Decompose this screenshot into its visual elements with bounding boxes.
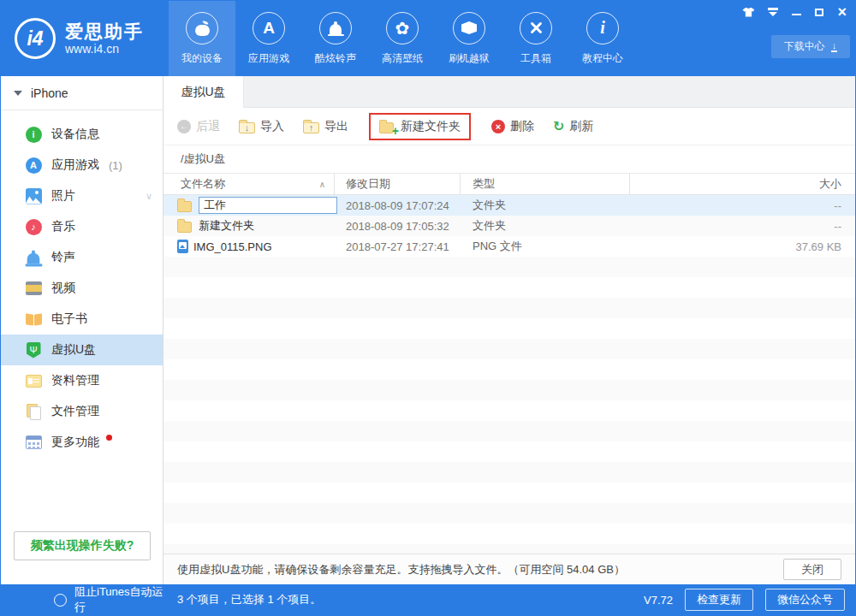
sidebar-item-virtual-usb[interactable]: Ψ 虚拟U盘 xyxy=(1,335,163,365)
nav-tutorials[interactable]: i 教程中心 xyxy=(569,1,636,76)
toolbar: ← 后退 ↓ 导入 ↑ 导出 + 新建文件夹 xyxy=(163,108,855,145)
sidebar-item-videos[interactable]: 视频 xyxy=(1,273,163,304)
appstore-icon: A xyxy=(26,157,42,174)
filmstrip-icon xyxy=(26,281,42,295)
table-row[interactable]: 新建文件夹 2018-08-09 17:05:32 文件夹 -- xyxy=(163,216,855,236)
apps-count-badge: (1) xyxy=(109,159,122,172)
bell-icon xyxy=(330,24,342,34)
rename-input[interactable] xyxy=(199,197,337,214)
empty-list-area xyxy=(163,257,855,554)
close-window-button[interactable]: × xyxy=(837,7,847,17)
nav-apps-games[interactable]: A 应用游戏 xyxy=(235,1,302,76)
main-nav: 我的设备 A 应用游戏 酷炫铃声 ✿ 高清壁纸 刷机越狱 工具箱 xyxy=(169,1,636,76)
status-bar-right: V7.72 检查更新 微信公众号 xyxy=(644,589,855,611)
check-update-button[interactable]: 检查更新 xyxy=(685,589,753,611)
minimize-button[interactable] xyxy=(792,9,801,16)
minimize-to-tray-button[interactable] xyxy=(768,8,778,16)
tools-icon xyxy=(529,21,544,35)
sidebar-item-device-info[interactable]: i 设备信息 xyxy=(1,119,163,150)
version-label: V7.72 xyxy=(644,594,673,607)
minimize-icon xyxy=(792,14,801,16)
theme-skin-button[interactable] xyxy=(742,8,754,17)
column-header-name[interactable]: 文件名称 ∧ xyxy=(163,174,335,194)
sidebar-item-ebooks[interactable]: 电子书 xyxy=(1,304,163,335)
photos-icon xyxy=(26,188,42,204)
sidebar-item-more-functions[interactable]: 更多功能 xyxy=(1,427,163,458)
sidebar-list: i 设备信息 A 应用游戏 (1) 照片 ∨ ♪ 音乐 xyxy=(1,110,163,458)
delete-button[interactable]: × 删除 xyxy=(491,119,534,134)
import-button[interactable]: ↓ 导入 xyxy=(239,119,284,134)
export-button[interactable]: ↑ 导出 xyxy=(303,119,348,134)
delete-icon: × xyxy=(491,120,505,133)
back-button[interactable]: ← 后退 xyxy=(177,119,220,134)
info-bar: 使用虚拟U盘功能，请确保设备剩余容量充足。支持拖拽导入文件。（可用空间 54.0… xyxy=(163,554,855,584)
operation-failure-help-button[interactable]: 频繁出现操作失败? xyxy=(14,531,151,560)
info-icon: i xyxy=(600,18,605,38)
appstore-icon: A xyxy=(263,19,275,38)
usb-capacity-message: 使用虚拟U盘功能，请确保设备剩余容量充足。支持拖拽导入文件。（可用空间 54.0… xyxy=(177,562,625,578)
app-body: iPhone i 设备信息 A 应用游戏 (1) 照片 ∨ ♪ xyxy=(1,76,855,584)
device-selector[interactable]: iPhone xyxy=(1,76,163,110)
new-folder-button[interactable]: + 新建文件夹 xyxy=(379,119,461,134)
sidebar-item-ringtones[interactable]: 铃声 xyxy=(1,242,163,273)
app-header: i4 爱思助手 www.i4.cn 我的设备 A 应用游戏 酷炫铃声 ✿ 高清壁… xyxy=(1,1,855,76)
close-icon: × xyxy=(837,7,847,17)
shirt-icon xyxy=(742,8,754,17)
flower-icon: ✿ xyxy=(395,20,410,37)
png-file-icon xyxy=(177,240,188,253)
download-center-button[interactable]: 下载中心 ↓ xyxy=(771,35,850,58)
refresh-button[interactable]: ↻ 刷新 xyxy=(553,119,593,134)
collapse-triangle-icon xyxy=(14,91,22,96)
nav-my-device[interactable]: 我的设备 xyxy=(169,1,235,76)
refresh-icon: ↻ xyxy=(553,120,564,133)
nav-wallpapers[interactable]: ✿ 高清壁纸 xyxy=(369,1,436,76)
column-header-size[interactable]: 大小 xyxy=(630,174,855,194)
maximize-icon xyxy=(815,9,823,16)
brand-name: 爱思助手 xyxy=(65,21,144,42)
box-icon xyxy=(461,21,477,34)
app-window: i4 爱思助手 www.i4.cn 我的设备 A 应用游戏 酷炫铃声 ✿ 高清壁… xyxy=(0,0,856,616)
table-row[interactable]: 2018-08-09 17:07:24 文件夹 -- xyxy=(163,195,855,216)
itunes-toggle[interactable]: 阻止iTunes自动运行 xyxy=(1,584,163,615)
nav-toolbox[interactable]: 工具箱 xyxy=(502,1,569,76)
bell-icon xyxy=(27,253,40,264)
back-icon: ← xyxy=(177,120,191,133)
sidebar-item-data-management[interactable]: 资料管理 xyxy=(1,365,163,396)
nav-flash-jailbreak[interactable]: 刷机越狱 xyxy=(436,1,502,76)
tab-virtual-usb[interactable]: 虚拟U盘 xyxy=(163,76,244,108)
column-header-date[interactable]: 修改日期 xyxy=(335,174,461,194)
main-panel: 虚拟U盘 ← 后退 ↓ 导入 ↑ 导出 + 新建文件夹 xyxy=(163,76,855,584)
notification-dot xyxy=(106,435,112,441)
radio-unchecked-icon[interactable] xyxy=(54,594,67,607)
tab-strip: 虚拟U盘 xyxy=(163,76,855,108)
selection-summary: 3 个项目，已选择 1 个项目。 xyxy=(163,592,321,607)
window-controls: × xyxy=(742,6,847,18)
table-row[interactable]: IMG_0115.PNG 2018-07-27 17:27:41 PNG 文件 … xyxy=(163,236,855,257)
chevron-down-icon[interactable]: ∨ xyxy=(146,191,152,202)
close-panel-button[interactable]: 关闭 xyxy=(783,559,841,580)
wechat-account-button[interactable]: 微信公众号 xyxy=(765,589,845,611)
nav-ringtones[interactable]: 酷炫铃声 xyxy=(302,1,369,76)
brand-logo: i4 爱思助手 www.i4.cn xyxy=(1,1,163,76)
column-header-type[interactable]: 类型 xyxy=(461,174,630,194)
sort-asc-icon: ∧ xyxy=(319,180,325,189)
sidebar-item-apps-games[interactable]: A 应用游戏 (1) xyxy=(1,150,163,181)
sidebar-item-music[interactable]: ♪ 音乐 xyxy=(1,211,163,242)
apple-icon xyxy=(195,21,210,36)
documents-icon xyxy=(27,404,40,419)
device-info-icon: i xyxy=(26,127,42,143)
sidebar-item-photos[interactable]: 照片 ∨ xyxy=(1,181,163,211)
status-bar: 阻止iTunes自动运行 3 个项目，已选择 1 个项目。 V7.72 检查更新… xyxy=(1,584,855,615)
music-icon: ♪ xyxy=(26,219,42,235)
folder-icon xyxy=(177,222,192,233)
download-icon: ↓ xyxy=(831,41,838,52)
i4-logo-icon: i4 xyxy=(15,18,56,59)
tray-arrow-icon xyxy=(768,8,778,16)
usb-shield-icon: Ψ xyxy=(27,342,41,358)
new-folder-highlight-box: + 新建文件夹 xyxy=(369,113,471,140)
maximize-button[interactable] xyxy=(815,9,823,16)
book-icon xyxy=(26,313,42,326)
grid-table-icon xyxy=(26,435,42,449)
sidebar-item-file-management[interactable]: 文件管理 xyxy=(1,396,163,427)
breadcrumb-path: /虚拟U盘 xyxy=(163,145,855,173)
